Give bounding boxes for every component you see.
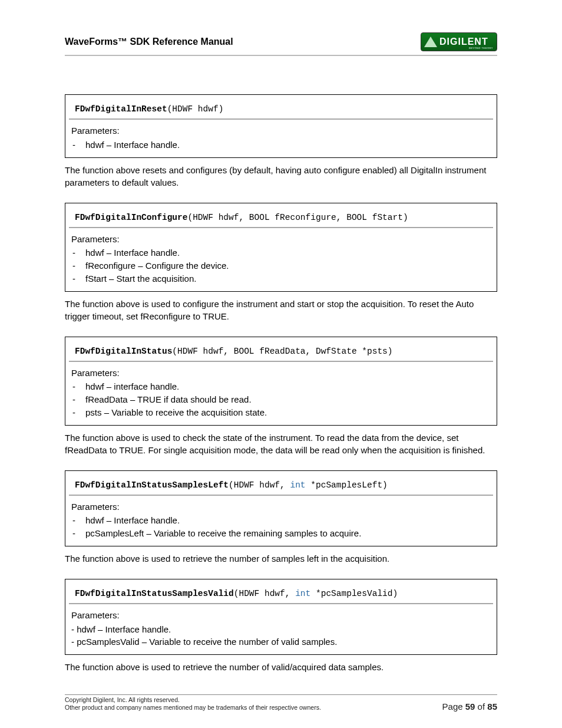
function-box: FDwfDigitalInStatus(HDWF hdwf, BOOL fRea… [65, 337, 497, 426]
function-name: FDwfDigitalInStatusSamplesValid [75, 589, 234, 598]
parameters-block: Parameters: - hdwf – Interface handle. -… [65, 605, 497, 654]
function-box: FDwfDigitalInConfigure(HDWF hdwf, BOOL f… [65, 203, 497, 292]
logo-text: DIGILENT [439, 37, 488, 47]
parameter-item: -fStart – Start the acquisition. [71, 272, 491, 285]
function-signature: FDwfDigitalInConfigure(HDWF hdwf, BOOL f… [69, 203, 493, 228]
parameters-label: Parameters: [71, 609, 491, 622]
keyword-int: int [295, 589, 310, 598]
parameter-item: -hdwf – interface handle. [71, 380, 491, 393]
function-description: The function above is used to retrieve t… [65, 552, 497, 565]
function-box: FDwfDigitalInStatusSamplesValid(HDWF hdw… [65, 579, 497, 655]
page-footer: Copyright Digilent, Inc. All rights rese… [65, 694, 497, 711]
copyright-text: Copyright Digilent, Inc. All rights rese… [65, 696, 321, 704]
parameter-item: -pcSamplesLeft – Variable to receive the… [71, 527, 491, 540]
page-number: Page 59 of 85 [442, 701, 497, 711]
function-signature: FDwfDigitalInStatusSamplesValid(HDWF hdw… [69, 579, 493, 604]
function-args: (HDWF hdwf, BOOL fReconfigure, BOOL fSta… [187, 213, 408, 222]
parameters-label: Parameters: [71, 233, 491, 246]
parameters-block: Parameters: -hdwf – Interface handle. [65, 121, 497, 157]
digilent-logo: DIGILENT BEYOND THEORY [421, 32, 497, 51]
parameters-label: Parameters: [71, 500, 491, 513]
footer-left: Copyright Digilent, Inc. All rights rese… [65, 696, 321, 711]
parameter-item: -hdwf – Interface handle. [71, 514, 491, 527]
function-description: The function above resets and configures… [65, 164, 497, 189]
function-signature: FDwfDigitalInReset(HDWF hdwf) [69, 95, 493, 120]
function-box: FDwfDigitalInStatusSamplesLeft(HDWF hdwf… [65, 470, 497, 546]
function-name: FDwfDigitalInStatus [75, 347, 172, 356]
trademark-text: Other product and company names mentione… [65, 704, 321, 711]
function-args: (HDWF hdwf) [167, 104, 224, 114]
function-description: The function above is used to retrieve t… [65, 661, 497, 673]
function-box: FDwfDigitalInReset(HDWF hdwf) Parameters… [65, 94, 497, 158]
logo-triangle-icon [424, 37, 437, 47]
parameter-item: -psts – Variable to receive the acquisit… [71, 406, 491, 419]
function-args-pre: (HDWF hdwf, [234, 589, 295, 598]
page: WaveForms™ SDK Reference Manual DIGILENT… [0, 0, 562, 728]
parameters-block: Parameters: -hdwf – interface handle. -f… [65, 363, 497, 425]
parameter-item: -hdwf – Interface handle. [71, 246, 491, 259]
keyword-int: int [290, 480, 305, 490]
parameter-item: -fReconfigure – Configure the device. [71, 259, 491, 272]
function-args-pre: (HDWF hdwf, [229, 480, 290, 490]
page-header: WaveForms™ SDK Reference Manual DIGILENT… [65, 32, 497, 56]
parameters-block: Parameters: -hdwf – Interface handle. -f… [65, 229, 497, 291]
document-title: WaveForms™ SDK Reference Manual [65, 37, 233, 47]
function-args-post: *pcSamplesLeft) [306, 480, 388, 490]
function-name: FDwfDigitalInConfigure [75, 213, 187, 222]
logo-subtext: BEYOND THEORY [469, 47, 493, 50]
parameters-label: Parameters: [71, 367, 491, 380]
function-args-post: *pcSamplesValid) [310, 589, 398, 598]
parameter-item: - hdwf – Interface handle. [71, 623, 491, 636]
parameter-item: -fReadData – TRUE if data should be read… [71, 393, 491, 406]
function-name: FDwfDigitalInStatusSamplesLeft [75, 480, 229, 490]
parameter-item: -hdwf – Interface handle. [71, 139, 491, 151]
parameters-label: Parameters: [71, 124, 491, 137]
function-signature: FDwfDigitalInStatus(HDWF hdwf, BOOL fRea… [69, 337, 493, 362]
function-args: (HDWF hdwf, BOOL fReadData, DwfState *ps… [172, 347, 392, 356]
parameter-item: - pcSamplesValid – Variable to receive t… [71, 635, 491, 648]
function-description: The function above is used to check the … [65, 431, 497, 456]
function-description: The function above is used to configure … [65, 298, 497, 322]
function-name: FDwfDigitalInReset [75, 104, 167, 114]
function-signature: FDwfDigitalInStatusSamplesLeft(HDWF hdwf… [69, 471, 493, 496]
parameters-block: Parameters: -hdwf – Interface handle. -p… [65, 497, 497, 546]
